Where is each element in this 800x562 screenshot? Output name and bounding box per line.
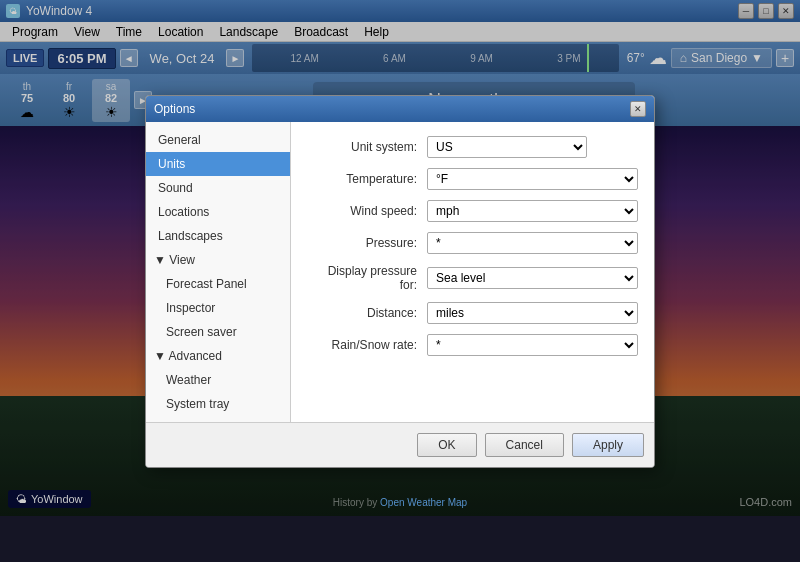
display-pressure-select[interactable]: Sea level Station — [427, 267, 638, 289]
sidebar-item-system-tray[interactable]: System tray — [146, 392, 290, 416]
distance-select[interactable]: miles km — [427, 302, 638, 324]
dialog-close-button[interactable]: ✕ — [630, 101, 646, 117]
options-dialog: Options ✕ General Units Sound Locations … — [145, 95, 655, 468]
dialog-body: General Units Sound Locations Landscapes… — [146, 122, 654, 422]
temperature-select[interactable]: °F °C K — [427, 168, 638, 190]
dialog-footer: OK Cancel Apply — [146, 422, 654, 467]
sidebar-item-general[interactable]: General — [146, 128, 290, 152]
unit-system-label: Unit system: — [307, 140, 427, 154]
ok-button[interactable]: OK — [417, 433, 476, 457]
sidebar-section-advanced[interactable]: ▼ Advanced — [146, 344, 290, 368]
sidebar-item-sound[interactable]: Sound — [146, 176, 290, 200]
wind-speed-select[interactable]: mph km/h m/s knots — [427, 200, 638, 222]
pressure-control: * hPa inHg mmHg — [427, 232, 638, 254]
dialog-title: Options — [154, 102, 195, 116]
sidebar-item-forecast-panel[interactable]: Forecast Panel — [146, 272, 290, 296]
unit-system-control: US Metric UK — [427, 136, 638, 158]
sidebar-item-landscapes[interactable]: Landscapes — [146, 224, 290, 248]
pressure-row: Pressure: * hPa inHg mmHg — [307, 232, 638, 254]
sidebar-section-view[interactable]: ▼ View — [146, 248, 290, 272]
temperature-control: °F °C K — [427, 168, 638, 190]
rain-snow-label: Rain/Snow rate: — [307, 338, 427, 352]
cancel-button[interactable]: Cancel — [485, 433, 564, 457]
apply-button[interactable]: Apply — [572, 433, 644, 457]
distance-label: Distance: — [307, 306, 427, 320]
unit-system-row: Unit system: US Metric UK — [307, 136, 638, 158]
wind-speed-label: Wind speed: — [307, 204, 427, 218]
rain-snow-control: * in/h mm/h — [427, 334, 638, 356]
sidebar-item-units[interactable]: Units — [146, 152, 290, 176]
sidebar-item-weather[interactable]: Weather — [146, 368, 290, 392]
dialog-sidebar: General Units Sound Locations Landscapes… — [146, 122, 291, 422]
display-pressure-row: Display pressure for: Sea level Station — [307, 264, 638, 292]
distance-row: Distance: miles km — [307, 302, 638, 324]
wind-speed-row: Wind speed: mph km/h m/s knots — [307, 200, 638, 222]
sidebar-item-screen-saver[interactable]: Screen saver — [146, 320, 290, 344]
sidebar-item-locations[interactable]: Locations — [146, 200, 290, 224]
pressure-label: Pressure: — [307, 236, 427, 250]
dialog-overlay: Options ✕ General Units Sound Locations … — [0, 0, 800, 562]
dialog-content: Unit system: US Metric UK Temperature: — [291, 122, 654, 422]
app-window: 🌤 YoWindow 4 ─ □ ✕ Program View Time Loc… — [0, 0, 800, 562]
rain-snow-row: Rain/Snow rate: * in/h mm/h — [307, 334, 638, 356]
pressure-select[interactable]: * hPa inHg mmHg — [427, 232, 638, 254]
dialog-title-bar: Options ✕ — [146, 96, 654, 122]
wind-speed-control: mph km/h m/s knots — [427, 200, 638, 222]
temperature-label: Temperature: — [307, 172, 427, 186]
temperature-row: Temperature: °F °C K — [307, 168, 638, 190]
sidebar-item-inspector[interactable]: Inspector — [146, 296, 290, 320]
display-pressure-control: Sea level Station — [427, 267, 638, 289]
distance-control: miles km — [427, 302, 638, 324]
rain-snow-select[interactable]: * in/h mm/h — [427, 334, 638, 356]
display-pressure-label: Display pressure for: — [307, 264, 427, 292]
unit-system-select[interactable]: US Metric UK — [427, 136, 587, 158]
